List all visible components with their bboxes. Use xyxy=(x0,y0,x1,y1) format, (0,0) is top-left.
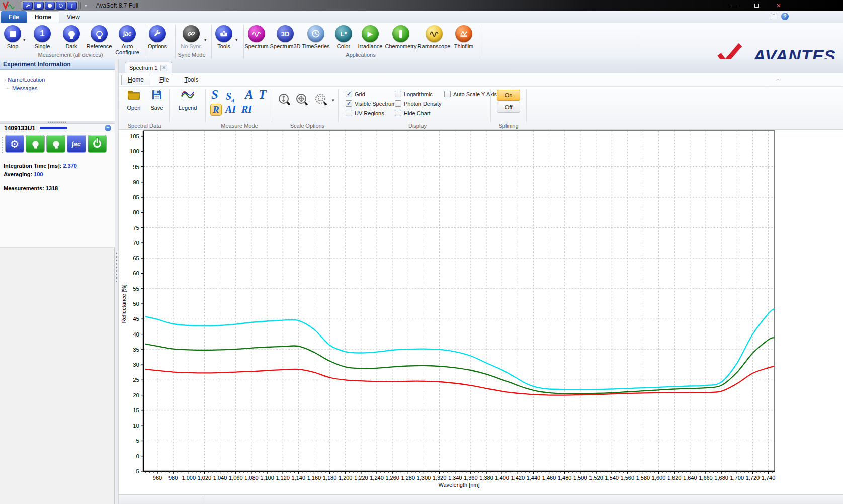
ribbon-tab-home[interactable]: Home xyxy=(27,11,59,23)
checkbox-grid[interactable]: ✓Grid xyxy=(346,91,365,97)
svg-text:1,580: 1,580 xyxy=(636,475,650,481)
checkbox-photon-density[interactable]: ✓Photon Density xyxy=(395,100,442,107)
device-dark-button[interactable] xyxy=(26,135,45,153)
integral-ac-icon[interactable]: ∫ xyxy=(67,2,77,10)
tab-spectrum-1[interactable]: Spectrum 1 ✕ xyxy=(125,62,172,73)
irradiance-button[interactable]: ▶ Irradiance xyxy=(353,25,387,49)
checkbox-auto-scale-y-axis[interactable]: ✓Auto Scale Y-Axis xyxy=(444,91,497,97)
measure-mode-absolute-irradiance[interactable]: AI xyxy=(225,104,236,115)
measure-mode-scope-dark[interactable]: Sd xyxy=(226,91,234,103)
svg-text:1,160: 1,160 xyxy=(307,475,321,481)
svg-text:35: 35 xyxy=(133,347,139,353)
auto-configure-button[interactable]: ∫ac Auto Configure xyxy=(110,25,145,55)
ribbon: Stop ▾ 1 Single Dark Reference ∫ac Auto … xyxy=(0,23,843,59)
checkbox-hide-chart[interactable]: ✓Hide Chart xyxy=(395,110,431,116)
qat-dropdown-icon[interactable]: ▾ xyxy=(85,3,87,8)
svg-text:70: 70 xyxy=(133,240,139,246)
stop-icon[interactable] xyxy=(34,2,44,10)
integration-time-value[interactable]: 2.370 xyxy=(63,163,77,169)
options-button[interactable]: Options xyxy=(141,25,174,49)
toolbar-grip[interactable] xyxy=(2,136,4,154)
number-1-icon: 1 xyxy=(34,25,51,42)
device-panel-body: ⚙ ∫ac Integration Time [ms]: 2.370 Avera… xyxy=(0,132,115,248)
measure-mode-transmittance[interactable]: T xyxy=(259,88,266,102)
checkbox-uv-regions[interactable]: ✓UV Regions xyxy=(346,110,384,116)
svg-text:1,700: 1,700 xyxy=(730,475,744,481)
svg-text:60: 60 xyxy=(133,270,139,276)
doc-tab-file[interactable]: File xyxy=(153,75,175,85)
group-label-measure-mode: Measure Mode xyxy=(204,123,275,129)
group-label-measurement: Measurement (all devices) xyxy=(10,52,131,58)
spectrum3d-button[interactable]: 3D Spectrum3D xyxy=(268,25,302,49)
ribbon-tab-view[interactable]: View xyxy=(59,11,88,23)
collapse-inner-ribbon-icon[interactable]: ︿ xyxy=(776,76,781,83)
no-sync-button[interactable]: No Sync xyxy=(175,25,207,49)
close-button[interactable]: × xyxy=(768,0,790,11)
doc-tab-home[interactable]: Home xyxy=(121,75,150,85)
legend-button[interactable]: Legend xyxy=(174,89,202,111)
svg-text:1,280: 1,280 xyxy=(401,475,415,481)
single-button[interactable]: 1 Single xyxy=(26,25,58,49)
stop-icon xyxy=(4,25,21,42)
svg-text:1,540: 1,540 xyxy=(605,475,619,481)
wrench-icon[interactable] xyxy=(23,2,33,10)
svg-text:80: 80 xyxy=(133,209,139,215)
3d-icon: 3D xyxy=(277,25,294,42)
splining-off-button[interactable]: Off xyxy=(497,102,520,113)
power-icon xyxy=(93,140,101,148)
tree-item-name-location[interactable]: › Name/Location xyxy=(4,77,45,83)
collapse-panel-icon[interactable]: − xyxy=(105,125,111,131)
svg-text:1,140: 1,140 xyxy=(292,475,306,481)
splitter-grip[interactable] xyxy=(116,251,118,282)
zoom-pan-icon[interactable] xyxy=(295,93,309,109)
svg-text:Wavelength [nm]: Wavelength [nm] xyxy=(438,482,479,488)
bulb-filled-icon[interactable] xyxy=(45,2,55,10)
zoom-region-icon[interactable] xyxy=(314,93,328,109)
splining-on-button[interactable]: On xyxy=(497,90,520,101)
tools-dropdown-icon[interactable]: ▾ xyxy=(235,37,238,42)
doc-tab-tools[interactable]: Tools xyxy=(178,75,204,85)
maximize-button[interactable] xyxy=(745,0,768,11)
scale-options-dropdown-icon[interactable]: ▾ xyxy=(332,98,334,103)
measure-mode-scope[interactable]: S xyxy=(211,88,218,102)
save-button[interactable]: Save xyxy=(143,89,171,111)
help-icon[interactable]: ? xyxy=(781,13,789,20)
expander-icon[interactable]: › xyxy=(4,77,6,83)
device-settings-button[interactable]: ⚙ xyxy=(5,135,24,153)
svg-text:1,460: 1,460 xyxy=(542,475,556,481)
chemometry-button[interactable]: Chemometry xyxy=(383,25,419,49)
measure-mode-absorbance[interactable]: A xyxy=(245,88,254,102)
quick-access-toolbar: ∫ xyxy=(21,1,79,11)
svg-text:1,720: 1,720 xyxy=(746,475,760,481)
measurements-field: Measurements: 1318 xyxy=(4,185,58,191)
stop-dropdown-icon[interactable]: ▾ xyxy=(23,37,26,42)
collapse-ribbon-icon[interactable]: ˇ xyxy=(771,13,777,20)
checkbox-logarithmic[interactable]: ✓Logarithmic xyxy=(395,91,433,97)
play-icon: ▶ xyxy=(362,25,379,42)
status-bar xyxy=(119,494,843,504)
measure-mode-relative-irradiance[interactable]: RI xyxy=(241,104,252,115)
wave-icon xyxy=(248,25,265,42)
device-power-button[interactable] xyxy=(88,135,107,153)
clock-icon xyxy=(307,25,324,42)
raman-wave-icon xyxy=(426,25,443,42)
ribbon-tab-file[interactable]: File xyxy=(1,11,27,23)
close-tab-icon[interactable]: ✕ xyxy=(160,65,167,71)
svg-text:20: 20 xyxy=(133,392,139,398)
svg-text:10: 10 xyxy=(133,423,139,429)
thinfilm-button[interactable]: Thinfilm xyxy=(448,25,480,49)
svg-text:90: 90 xyxy=(133,179,139,185)
device-reference-button[interactable] xyxy=(46,135,65,153)
tree-item-messages[interactable]: ⋯ Messages xyxy=(5,85,37,91)
experiment-info-header: Experiment Information xyxy=(0,59,115,70)
zoom-vertical-icon[interactable] xyxy=(278,93,292,109)
svg-text:1,660: 1,660 xyxy=(699,475,713,481)
measure-mode-reflectance-active[interactable]: R xyxy=(210,104,222,116)
minimize-button[interactable]: — xyxy=(723,0,745,11)
device-autoconfigure-button[interactable]: ∫ac xyxy=(67,135,86,153)
averaging-value[interactable]: 100 xyxy=(34,171,43,177)
checkbox-visible-spectrum[interactable]: ✓Visible Spectrum xyxy=(346,100,396,107)
no-sync-dropdown-icon[interactable]: ▾ xyxy=(204,37,207,42)
group-label-applications: Applications xyxy=(325,52,396,58)
bulb-outline-icon[interactable] xyxy=(56,2,66,10)
